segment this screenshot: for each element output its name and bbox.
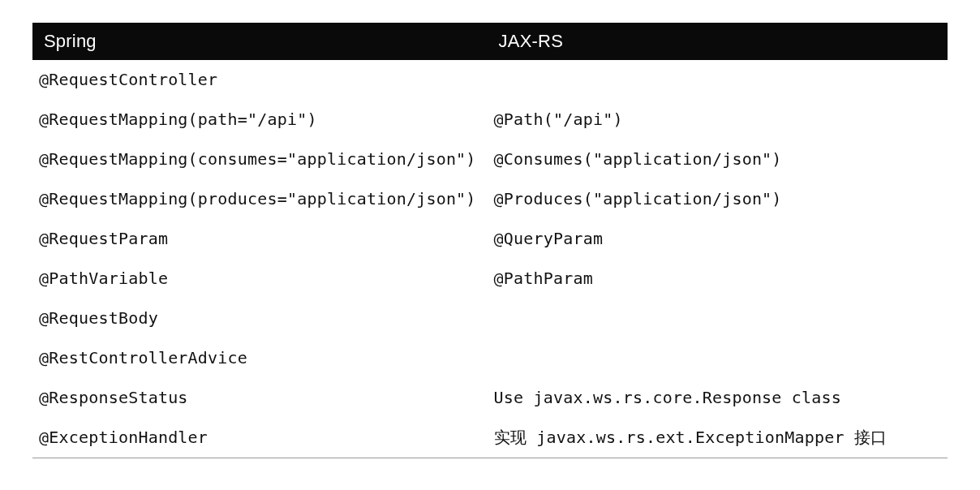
cell-spring: @RequestMapping(path="/api") [32,100,488,140]
cell-spring: @RestControllerAdvice [32,338,488,378]
table-row: @RequestBody [32,299,948,338]
comparison-table: Spring JAX-RS @RequestController @Reques… [32,23,948,458]
cell-spring: @RequestBody [32,299,488,338]
header-spring: Spring [32,23,488,60]
cell-jaxrs: @Path("/api") [488,100,948,140]
cell-jaxrs: @Produces("application/json") [488,179,948,219]
cell-jaxrs [488,60,948,100]
table-row: @RequestMapping(path="/api") @Path("/api… [32,100,948,140]
table-row: @RequestMapping(consumes="application/js… [32,140,948,179]
cell-jaxrs [488,338,948,378]
table-row: @RequestMapping(produces="application/js… [32,179,948,219]
cell-spring: @RequestController [32,60,488,100]
table-row: @PathVariable @PathParam [32,259,948,299]
cell-jaxrs: @QueryParam [488,219,948,259]
table-row: @RestControllerAdvice [32,338,948,378]
cell-jaxrs: 实现 javax.ws.rs.ext.ExceptionMapper 接口 [488,418,948,458]
cell-spring: @PathVariable [32,259,488,299]
table-row: @ResponseStatus Use javax.ws.rs.core.Res… [32,378,948,418]
table-row: @RequestParam @QueryParam [32,219,948,259]
cell-jaxrs: Use javax.ws.rs.core.Response class [488,378,948,418]
cell-spring: @RequestMapping(consumes="application/js… [32,140,488,179]
cell-spring: @RequestMapping(produces="application/js… [32,179,488,219]
table-row: @RequestController [32,60,948,100]
cell-spring: @ExceptionHandler [32,418,488,458]
cell-spring: @ResponseStatus [32,378,488,418]
table-row: @ExceptionHandler 实现 javax.ws.rs.ext.Exc… [32,418,948,458]
cell-jaxrs: @PathParam [488,259,948,299]
cell-jaxrs: @Consumes("application/json") [488,140,948,179]
cell-jaxrs [488,299,948,338]
header-jaxrs: JAX-RS [488,23,948,60]
table-header-row: Spring JAX-RS [32,23,948,60]
cell-spring: @RequestParam [32,219,488,259]
